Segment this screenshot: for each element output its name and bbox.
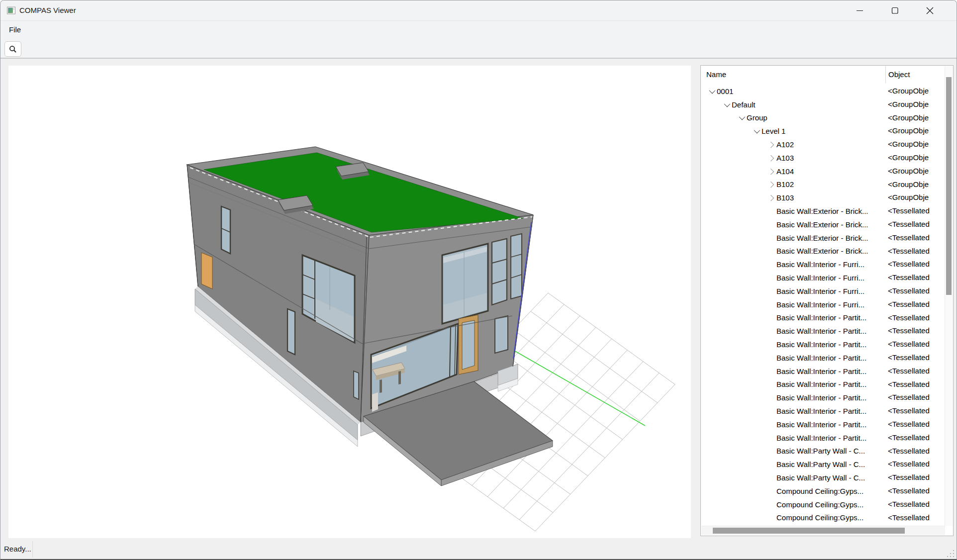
tree-row[interactable]: Basic Wall:Interior - Partit...<Tessella… <box>701 391 946 404</box>
tree-row[interactable]: Basic Wall:Interior - Partit...<Tessella… <box>701 351 946 365</box>
maximize-icon <box>883 2 906 19</box>
tree-item-label: Compound Ceiling:Gyps... <box>776 487 863 495</box>
tree-item-object: <Tessellated <box>888 351 945 365</box>
tree-row[interactable]: Basic Wall:Interior - Furri...<Tessellat… <box>701 284 946 298</box>
search-button[interactable] <box>4 41 21 57</box>
tree-item-label: Basic Wall:Interior - Partit... <box>776 393 866 402</box>
chevron-spacer <box>766 324 776 338</box>
chevron-right-icon[interactable] <box>766 165 776 178</box>
tree-row[interactable]: Basic Wall:Interior - Partit...<Tessella… <box>701 431 946 445</box>
horizontal-scrollbar[interactable] <box>701 526 945 535</box>
tree-item-object: <Tessellated <box>888 218 945 231</box>
title-bar[interactable]: COMPAS Viewer <box>0 0 957 21</box>
tree-row[interactable]: Basic Wall:Interior - Partit...<Tessella… <box>701 365 946 378</box>
chevron-down-icon[interactable] <box>751 124 762 138</box>
chevron-spacer <box>766 365 776 378</box>
tree-rows: 0001<GroupObjeDefault<GroupObjeGroup<Gro… <box>701 85 946 526</box>
horizontal-scrollbar-thumb[interactable] <box>713 528 905 534</box>
chevron-right-icon[interactable] <box>766 151 776 165</box>
chevron-spacer <box>766 351 776 365</box>
toolbar <box>0 38 957 59</box>
tree-row[interactable]: Compound Ceiling:Gyps...<Tessellated <box>701 484 946 498</box>
tree-item-object: <Tessellated <box>888 271 945 284</box>
tree-row[interactable]: Basic Wall:Interior - Furri...<Tessellat… <box>701 298 946 311</box>
building-model-scene <box>8 66 691 538</box>
close-icon <box>918 2 941 19</box>
tree-row[interactable]: B103<GroupObje <box>701 191 946 204</box>
tree-item-label: Basic Wall:Exterior - Brick... <box>776 207 868 215</box>
tree-row[interactable]: A104<GroupObje <box>701 165 946 178</box>
tree-row[interactable]: Compound Ceiling:Gyps...<Tessellated <box>701 498 946 511</box>
tree-item-object: <GroupObje <box>888 124 945 138</box>
tree-item-label: Basic Wall:Exterior - Brick... <box>776 247 868 255</box>
tree-row[interactable]: Basic Wall:Interior - Furri...<Tessellat… <box>701 258 946 271</box>
tree-row[interactable]: A103<GroupObje <box>701 151 946 165</box>
chevron-spacer <box>766 378 776 391</box>
tree-item-object: <GroupObje <box>888 111 945 125</box>
app-icon <box>7 6 15 14</box>
column-header-object[interactable]: Object <box>888 70 910 79</box>
tree-row[interactable]: Basic Wall:Party Wall - C...<Tessellated <box>701 458 946 471</box>
column-divider[interactable] <box>885 66 886 83</box>
tree-row[interactable]: B102<GroupObje <box>701 178 946 191</box>
tree-item-object: <Tessellated <box>888 458 945 471</box>
chevron-spacer <box>766 231 776 245</box>
tree-row[interactable]: Default<GroupObje <box>701 98 946 111</box>
tree-row[interactable]: Basic Wall:Interior - Partit...<Tessella… <box>701 418 946 431</box>
tree-row[interactable]: Group<GroupObje <box>701 111 946 125</box>
tree-row[interactable]: Basic Wall:Interior - Partit...<Tessella… <box>701 324 946 338</box>
tree-row[interactable]: Basic Wall:Interior - Partit...<Tessella… <box>701 404 946 418</box>
tree-row[interactable]: Level 1<GroupObje <box>701 124 946 138</box>
status-text: Ready... <box>4 545 31 553</box>
chevron-spacer <box>766 498 776 511</box>
tree-row[interactable]: Basic Wall:Exterior - Brick...<Tessellat… <box>701 231 946 245</box>
column-header-name[interactable]: Name <box>706 70 726 79</box>
tree-item-object: <GroupObje <box>888 165 945 178</box>
tree-row[interactable]: Basic Wall:Interior - Furri...<Tessellat… <box>701 271 946 284</box>
tree-row[interactable]: 0001<GroupObje <box>701 85 946 98</box>
tree-row[interactable]: Basic Wall:Party Wall - C...<Tessellated <box>701 471 946 484</box>
chevron-down-icon[interactable] <box>736 111 747 125</box>
tree-item-label: 0001 <box>717 87 733 95</box>
tree-row[interactable]: Basic Wall:Interior - Partit...<Tessella… <box>701 338 946 351</box>
chevron-down-icon[interactable] <box>721 98 732 111</box>
vertical-scrollbar-thumb[interactable] <box>946 77 952 295</box>
tree-item-label: Basic Wall:Exterior - Brick... <box>776 234 868 242</box>
chevron-right-icon[interactable] <box>766 191 776 204</box>
app-window: COMPAS Viewer File <box>0 0 957 560</box>
side-door <box>201 253 212 289</box>
tree-item-label: Basic Wall:Party Wall - C... <box>776 473 865 482</box>
tree-item-object: <Tessellated <box>888 471 945 484</box>
tree-item-label: Basic Wall:Party Wall - C... <box>776 460 865 468</box>
maximize-button[interactable] <box>883 2 906 19</box>
tree-row[interactable]: Basic Wall:Exterior - Brick...<Tessellat… <box>701 218 946 231</box>
chevron-spacer <box>766 298 776 311</box>
tree-row[interactable]: Compound Ceiling:Gyps...<Tessellated <box>701 511 946 525</box>
minimize-button[interactable] <box>848 2 871 19</box>
menu-file[interactable]: File <box>7 24 23 35</box>
tree-row[interactable]: Basic Wall:Party Wall - C...<Tessellated <box>701 445 946 458</box>
chevron-spacer <box>766 271 776 284</box>
tree-row[interactable]: Basic Wall:Interior - Partit...<Tessella… <box>701 311 946 325</box>
tree-item-object: <Tessellated <box>888 511 945 525</box>
viewport-3d-canvas[interactable] <box>8 66 691 538</box>
chevron-right-icon[interactable] <box>766 138 776 151</box>
chevron-spacer <box>766 245 776 258</box>
tree-row[interactable]: Basic Wall:Exterior - Brick...<Tessellat… <box>701 245 946 258</box>
tree-item-label: Group <box>747 113 767 122</box>
vertical-scrollbar[interactable] <box>945 66 953 526</box>
chevron-down-icon[interactable] <box>706 85 717 98</box>
tree-row[interactable]: Basic Wall:Exterior - Brick...<Tessellat… <box>701 204 946 218</box>
tree-row[interactable]: A102<GroupObje <box>701 138 946 151</box>
chevron-right-icon[interactable] <box>766 178 776 191</box>
resize-grip[interactable] <box>946 549 955 558</box>
close-button[interactable] <box>918 2 941 19</box>
tree-item-label: B103 <box>776 193 794 202</box>
chevron-spacer <box>766 258 776 271</box>
tree-row[interactable]: Basic Wall:Interior - Partit...<Tessella… <box>701 378 946 391</box>
tree-item-object: <Tessellated <box>888 498 945 511</box>
tree-item-label: Default <box>732 100 756 109</box>
tree-item-object: <GroupObje <box>888 98 945 111</box>
tree-item-object: <Tessellated <box>888 431 945 445</box>
tree-item-object: <Tessellated <box>888 284 945 298</box>
